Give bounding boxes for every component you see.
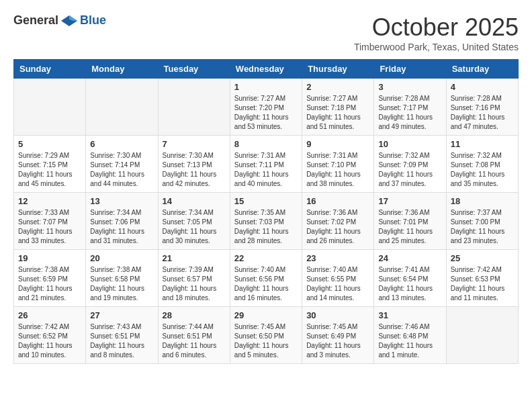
day-number: 26 bbox=[18, 310, 81, 320]
day-number: 6 bbox=[90, 139, 153, 149]
weekday-wednesday: Wednesday bbox=[230, 60, 302, 79]
day-number: 3 bbox=[378, 82, 441, 92]
day-info: Sunrise: 7:31 AM Sunset: 7:11 PM Dayligh… bbox=[234, 151, 298, 189]
day-number: 13 bbox=[90, 196, 153, 206]
day-info: Sunrise: 7:34 AM Sunset: 7:06 PM Dayligh… bbox=[90, 208, 153, 246]
day-number: 30 bbox=[306, 310, 369, 320]
table-row: 1Sunrise: 7:27 AM Sunset: 7:20 PM Daylig… bbox=[230, 79, 302, 136]
day-number: 17 bbox=[378, 196, 441, 206]
table-row: 19Sunrise: 7:38 AM Sunset: 6:59 PM Dayli… bbox=[14, 250, 86, 307]
day-info: Sunrise: 7:29 AM Sunset: 7:15 PM Dayligh… bbox=[18, 151, 81, 189]
day-info: Sunrise: 7:40 AM Sunset: 6:55 PM Dayligh… bbox=[306, 265, 369, 303]
table-row: 12Sunrise: 7:33 AM Sunset: 7:07 PM Dayli… bbox=[14, 193, 86, 250]
page-header: General Blue October 2025 Timberwood Par… bbox=[13, 13, 519, 52]
calendar-week-row: 26Sunrise: 7:42 AM Sunset: 6:52 PM Dayli… bbox=[14, 307, 519, 364]
day-info: Sunrise: 7:45 AM Sunset: 6:49 PM Dayligh… bbox=[306, 322, 369, 360]
day-number: 18 bbox=[451, 196, 514, 206]
day-info: Sunrise: 7:41 AM Sunset: 6:54 PM Dayligh… bbox=[378, 265, 441, 303]
day-info: Sunrise: 7:38 AM Sunset: 6:59 PM Dayligh… bbox=[18, 265, 81, 303]
day-number: 25 bbox=[451, 253, 514, 263]
day-number: 31 bbox=[378, 310, 441, 320]
day-info: Sunrise: 7:30 AM Sunset: 7:14 PM Dayligh… bbox=[90, 151, 153, 189]
calendar-week-row: 1Sunrise: 7:27 AM Sunset: 7:20 PM Daylig… bbox=[14, 79, 519, 136]
day-info: Sunrise: 7:30 AM Sunset: 7:13 PM Dayligh… bbox=[163, 151, 226, 189]
day-info: Sunrise: 7:34 AM Sunset: 7:05 PM Dayligh… bbox=[163, 208, 226, 246]
day-number: 21 bbox=[163, 253, 226, 263]
calendar-week-row: 12Sunrise: 7:33 AM Sunset: 7:07 PM Dayli… bbox=[14, 193, 519, 250]
table-row: 14Sunrise: 7:34 AM Sunset: 7:05 PM Dayli… bbox=[158, 193, 230, 250]
table-row: 9Sunrise: 7:31 AM Sunset: 7:10 PM Daylig… bbox=[302, 136, 374, 193]
day-info: Sunrise: 7:35 AM Sunset: 7:03 PM Dayligh… bbox=[234, 208, 298, 246]
day-info: Sunrise: 7:46 AM Sunset: 6:48 PM Dayligh… bbox=[378, 322, 441, 360]
table-row: 15Sunrise: 7:35 AM Sunset: 7:03 PM Dayli… bbox=[230, 193, 302, 250]
calendar-week-row: 19Sunrise: 7:38 AM Sunset: 6:59 PM Dayli… bbox=[14, 250, 519, 307]
day-info: Sunrise: 7:43 AM Sunset: 6:51 PM Dayligh… bbox=[90, 322, 153, 360]
table-row: 28Sunrise: 7:44 AM Sunset: 6:51 PM Dayli… bbox=[158, 307, 230, 364]
day-number: 14 bbox=[163, 196, 226, 206]
calendar-week-row: 5Sunrise: 7:29 AM Sunset: 7:15 PM Daylig… bbox=[14, 136, 519, 193]
day-number: 7 bbox=[163, 139, 226, 149]
day-info: Sunrise: 7:39 AM Sunset: 6:57 PM Dayligh… bbox=[163, 265, 226, 303]
day-number: 23 bbox=[306, 253, 369, 263]
table-row: 21Sunrise: 7:39 AM Sunset: 6:57 PM Dayli… bbox=[158, 250, 230, 307]
logo: General Blue bbox=[13, 13, 106, 28]
day-info: Sunrise: 7:28 AM Sunset: 7:16 PM Dayligh… bbox=[451, 94, 514, 132]
logo-icon bbox=[60, 14, 79, 28]
day-info: Sunrise: 7:27 AM Sunset: 7:18 PM Dayligh… bbox=[306, 94, 369, 132]
day-number: 28 bbox=[163, 310, 226, 320]
table-row: 26Sunrise: 7:42 AM Sunset: 6:52 PM Dayli… bbox=[14, 307, 86, 364]
day-info: Sunrise: 7:36 AM Sunset: 7:01 PM Dayligh… bbox=[378, 208, 441, 246]
weekday-sunday: Sunday bbox=[14, 60, 86, 79]
table-row: 5Sunrise: 7:29 AM Sunset: 7:15 PM Daylig… bbox=[14, 136, 86, 193]
table-row: 25Sunrise: 7:42 AM Sunset: 6:53 PM Dayli… bbox=[446, 250, 518, 307]
table-row bbox=[158, 79, 230, 136]
table-row: 4Sunrise: 7:28 AM Sunset: 7:16 PM Daylig… bbox=[446, 79, 518, 136]
day-number: 8 bbox=[234, 139, 298, 149]
table-row: 8Sunrise: 7:31 AM Sunset: 7:11 PM Daylig… bbox=[230, 136, 302, 193]
day-number: 16 bbox=[306, 196, 369, 206]
table-row: 24Sunrise: 7:41 AM Sunset: 6:54 PM Dayli… bbox=[374, 250, 446, 307]
table-row bbox=[446, 307, 518, 364]
location-subtitle: Timberwood Park, Texas, United States bbox=[354, 42, 519, 52]
day-number: 1 bbox=[234, 82, 298, 92]
table-row: 10Sunrise: 7:32 AM Sunset: 7:09 PM Dayli… bbox=[374, 136, 446, 193]
table-row: 23Sunrise: 7:40 AM Sunset: 6:55 PM Dayli… bbox=[302, 250, 374, 307]
table-row: 20Sunrise: 7:38 AM Sunset: 6:58 PM Dayli… bbox=[86, 250, 158, 307]
table-row: 18Sunrise: 7:37 AM Sunset: 7:00 PM Dayli… bbox=[446, 193, 518, 250]
day-info: Sunrise: 7:32 AM Sunset: 7:08 PM Dayligh… bbox=[451, 151, 514, 189]
logo-general-text: General bbox=[13, 13, 58, 28]
day-info: Sunrise: 7:38 AM Sunset: 6:58 PM Dayligh… bbox=[90, 265, 153, 303]
table-row: 27Sunrise: 7:43 AM Sunset: 6:51 PM Dayli… bbox=[86, 307, 158, 364]
table-row: 17Sunrise: 7:36 AM Sunset: 7:01 PM Dayli… bbox=[374, 193, 446, 250]
day-number: 19 bbox=[18, 253, 81, 263]
day-number: 27 bbox=[90, 310, 153, 320]
table-row: 31Sunrise: 7:46 AM Sunset: 6:48 PM Dayli… bbox=[374, 307, 446, 364]
day-number: 24 bbox=[378, 253, 441, 263]
weekday-thursday: Thursday bbox=[302, 60, 374, 79]
table-row: 22Sunrise: 7:40 AM Sunset: 6:56 PM Dayli… bbox=[230, 250, 302, 307]
day-info: Sunrise: 7:44 AM Sunset: 6:51 PM Dayligh… bbox=[163, 322, 226, 360]
day-info: Sunrise: 7:32 AM Sunset: 7:09 PM Dayligh… bbox=[378, 151, 441, 189]
table-row: 11Sunrise: 7:32 AM Sunset: 7:08 PM Dayli… bbox=[446, 136, 518, 193]
day-info: Sunrise: 7:42 AM Sunset: 6:53 PM Dayligh… bbox=[451, 265, 514, 303]
day-number: 2 bbox=[306, 82, 369, 92]
weekday-saturday: Saturday bbox=[446, 60, 518, 79]
day-number: 10 bbox=[378, 139, 441, 149]
day-number: 4 bbox=[451, 82, 514, 92]
day-number: 20 bbox=[90, 253, 153, 263]
day-number: 12 bbox=[18, 196, 81, 206]
weekday-tuesday: Tuesday bbox=[158, 60, 230, 79]
calendar-table: Sunday Monday Tuesday Wednesday Thursday… bbox=[13, 59, 519, 364]
day-number: 9 bbox=[306, 139, 369, 149]
table-row bbox=[86, 79, 158, 136]
weekday-header-row: Sunday Monday Tuesday Wednesday Thursday… bbox=[14, 60, 519, 79]
day-number: 5 bbox=[18, 139, 81, 149]
table-row: 3Sunrise: 7:28 AM Sunset: 7:17 PM Daylig… bbox=[374, 79, 446, 136]
logo-blue-text: Blue bbox=[80, 13, 106, 28]
weekday-monday: Monday bbox=[86, 60, 158, 79]
day-number: 15 bbox=[234, 196, 298, 206]
day-info: Sunrise: 7:42 AM Sunset: 6:52 PM Dayligh… bbox=[18, 322, 81, 360]
table-row: 2Sunrise: 7:27 AM Sunset: 7:18 PM Daylig… bbox=[302, 79, 374, 136]
table-row: 6Sunrise: 7:30 AM Sunset: 7:14 PM Daylig… bbox=[86, 136, 158, 193]
table-row: 7Sunrise: 7:30 AM Sunset: 7:13 PM Daylig… bbox=[158, 136, 230, 193]
